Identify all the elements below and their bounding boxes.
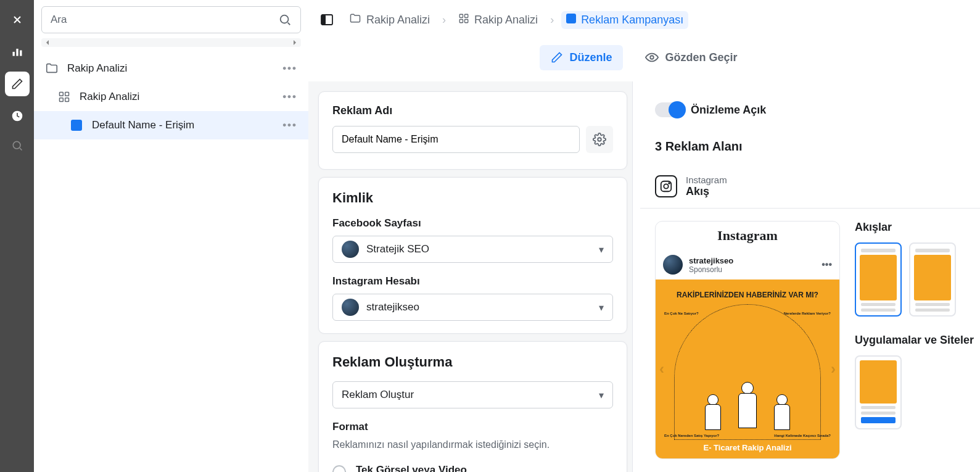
panel-toggle[interactable] [316, 9, 338, 31]
svg-point-19 [664, 184, 668, 188]
ig-account-select[interactable]: stratejikseo ▾ [332, 294, 613, 321]
preview-toggle[interactable] [655, 102, 682, 117]
tab-review[interactable]: Gözden Geçir [634, 44, 748, 70]
placements-title: 3 Reklam Alanı [640, 128, 980, 165]
svg-rect-15 [465, 19, 468, 22]
prev-arrow[interactable]: ‹ [659, 360, 664, 378]
thumbnail-feed-2[interactable] [909, 242, 956, 317]
svg-point-4 [13, 141, 20, 149]
ad-annotation: En Çok Ne Satıyor? [664, 312, 699, 315]
ad-name-input[interactable] [332, 126, 580, 153]
svg-rect-11 [321, 15, 326, 25]
avatar [663, 255, 683, 275]
svg-rect-7 [65, 93, 69, 96]
tab-edit[interactable]: Düzenle [540, 45, 623, 70]
ig-username: stratejikseo [689, 256, 733, 265]
card-ad-creation: Reklam Oluşturma Reklam Oluştur ▾ Format… [318, 341, 627, 472]
more-icon[interactable]: ••• [282, 62, 297, 75]
tree-item-leaf[interactable]: Default Name - Erişim ••• [34, 111, 308, 139]
gear-icon [593, 133, 606, 146]
svg-rect-8 [60, 98, 64, 102]
ad-icon [566, 14, 576, 27]
thumbnail-app-1[interactable] [855, 355, 902, 429]
chevron-down-icon: ▾ [599, 244, 604, 255]
figure-icon [701, 394, 725, 437]
preview-toggle-row: Önizleme Açık [640, 91, 980, 128]
crumb-ad[interactable]: Reklam Kampanyası [561, 11, 688, 29]
creative-figures [701, 382, 794, 437]
placement-name: Akış [686, 185, 727, 198]
format-description: Reklamınızı nasıl yapılandırmak istediği… [332, 439, 613, 450]
ad-annotation: Nerelerde Reklam Veriyor? [784, 312, 831, 315]
card-title: Reklam Adı [332, 104, 613, 117]
format-label: Format [332, 421, 613, 433]
create-mode-select[interactable]: Reklam Oluştur ▾ [332, 381, 613, 408]
card-title: Reklam Oluşturma [332, 354, 613, 370]
folder-icon [45, 62, 59, 75]
topbar: Rakip Analizi › Rakip Analizi › Reklam K… [308, 0, 980, 39]
svg-rect-14 [459, 19, 463, 22]
next-arrow[interactable]: › [831, 360, 836, 378]
chart-icon[interactable] [5, 39, 30, 64]
preview-toggle-label: Önizleme Açık [691, 104, 766, 117]
chevron-down-icon: ▾ [599, 302, 604, 313]
thumbnail-feed-1[interactable] [855, 242, 902, 317]
section-feeds-title: Akışlar [855, 221, 980, 234]
tree-item-root[interactable]: Rakip Analizi ••• [34, 54, 308, 83]
more-icon[interactable]: ••• [282, 91, 297, 103]
placement-row: Instagram Akış [640, 165, 980, 209]
main: Rakip Analizi › Rakip Analizi › Reklam K… [308, 0, 980, 472]
edit-icon[interactable] [5, 72, 30, 96]
format-option[interactable]: Tek Görsel veya Video Tek görsel veya vi… [332, 459, 613, 472]
clock-icon[interactable] [5, 104, 30, 128]
svg-rect-6 [60, 93, 64, 96]
tabs: Düzenle Gözden Geçir [308, 39, 980, 81]
content: Reklam Adı Kimlik Facebook Sayfası Strat… [308, 81, 980, 472]
svg-rect-9 [65, 98, 69, 102]
ig-sponsored: Sponsorlu [689, 265, 733, 274]
tree-item-label: Default Name - Erişim [92, 119, 194, 131]
ig-user-row: stratejikseo Sponsorlu ••• [656, 250, 839, 279]
figure-icon [770, 394, 794, 437]
crumb-folder[interactable]: Rakip Analizi [344, 10, 435, 30]
search-small-icon[interactable] [7, 136, 27, 155]
crumb-adset[interactable]: Rakip Analizi [453, 10, 543, 30]
placement-platform: Instagram [686, 175, 727, 185]
instagram-preview: Instagram stratejikseo Sponsorlu ••• RAK… [655, 221, 840, 459]
search-input[interactable] [41, 6, 301, 33]
tree-item-label: Rakip Analizi [80, 91, 139, 103]
close-button[interactable] [5, 7, 30, 32]
tree: Rakip Analizi ••• Rakip Analizi ••• Defa… [34, 49, 308, 472]
instagram-icon [655, 175, 677, 197]
horizontal-scrollbar[interactable] [41, 38, 301, 47]
instagram-logo: Instagram [656, 222, 839, 250]
ad-footer: E- Ticaret Rakip Analizi [703, 443, 791, 452]
eye-icon [645, 51, 659, 64]
chevron-down-icon: ▾ [599, 389, 604, 401]
fb-page-select[interactable]: Stratejik SEO ▾ [332, 236, 613, 263]
ad-headline: RAKİPLERİNİZDEN HABERİNİZ VAR MI? [677, 291, 818, 299]
folder-icon [349, 12, 361, 28]
ad-creative: RAKİPLERİNİZDEN HABERİNİZ VAR MI? En Çok… [656, 279, 839, 458]
breadcrumb: Rakip Analizi › Rakip Analizi › Reklam K… [344, 10, 688, 30]
svg-rect-0 [12, 52, 14, 56]
avatar [342, 299, 359, 316]
form-column: Reklam Adı Kimlik Facebook Sayfası Strat… [308, 81, 632, 472]
radio-button[interactable] [332, 465, 346, 472]
fb-page-label: Facebook Sayfası [332, 217, 613, 230]
more-icon[interactable]: ••• [821, 259, 832, 270]
option-title: Tek Görsel veya Video [356, 464, 613, 472]
ig-account-label: Instagram Hesabı [332, 275, 613, 288]
section-apps-title: Uygulamalar ve Siteler [855, 334, 980, 347]
svg-rect-12 [459, 14, 463, 17]
avatar [342, 241, 359, 258]
figure-icon [736, 382, 759, 437]
gear-button[interactable] [586, 126, 613, 153]
tree-item-label: Rakip Analizi [67, 62, 127, 75]
more-icon[interactable]: ••• [282, 119, 297, 131]
svg-point-20 [669, 183, 670, 184]
svg-rect-2 [20, 51, 22, 56]
tree-item-child[interactable]: Rakip Analizi ••• [34, 83, 308, 111]
card-title: Kimlik [332, 190, 613, 206]
left-rail [0, 0, 34, 472]
